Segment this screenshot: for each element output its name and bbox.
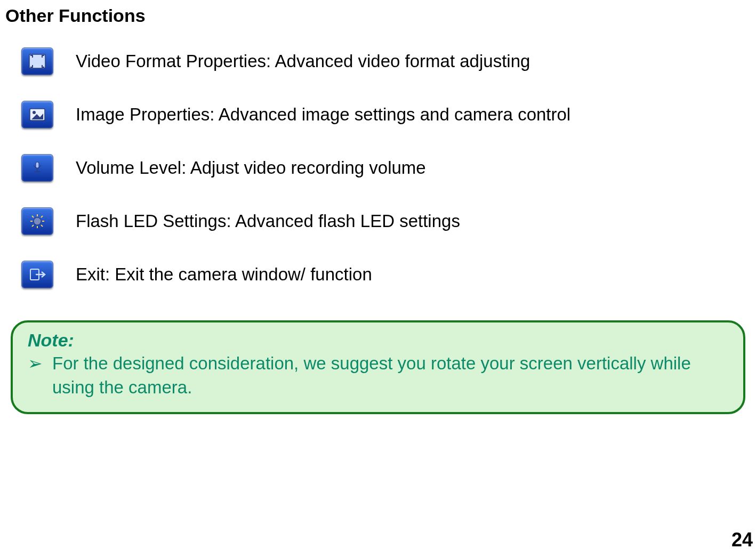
note-bullet-icon: ➢ <box>28 353 43 374</box>
svg-rect-0 <box>29 54 45 68</box>
function-row: Image Properties: Advanced image setting… <box>21 101 751 128</box>
svg-line-15 <box>32 225 34 227</box>
note-box: Note: ➢ For the designed consideration, … <box>11 320 745 414</box>
function-text: Exit: Exit the camera window/ function <box>76 264 372 285</box>
note-text: For the designed consideration, we sugge… <box>52 352 728 399</box>
function-text: Video Format Properties: Advanced video … <box>76 51 530 72</box>
exit-icon <box>21 261 53 288</box>
svg-point-7 <box>34 217 41 225</box>
section-title: Other Functions <box>5 5 751 26</box>
page-number: 24 <box>731 529 753 549</box>
flash-led-icon <box>21 207 53 235</box>
volume-level-icon <box>21 154 53 182</box>
function-text: Volume Level: Adjust video recording vol… <box>76 157 426 179</box>
function-row: Flash LED Settings: Advanced flash LED s… <box>21 207 751 235</box>
svg-line-13 <box>41 225 43 227</box>
note-label: Note: <box>28 330 728 351</box>
svg-line-12 <box>32 216 34 217</box>
function-row: Volume Level: Adjust video recording vol… <box>21 154 751 182</box>
function-list: Video Format Properties: Advanced video … <box>21 47 751 288</box>
svg-line-14 <box>41 216 43 217</box>
note-body: ➢ For the designed consideration, we sug… <box>28 352 728 399</box>
function-row: Exit: Exit the camera window/ function <box>21 261 751 288</box>
function-row: Video Format Properties: Advanced video … <box>21 47 751 75</box>
svg-point-2 <box>33 111 36 114</box>
page: Other Functions Video Format Properties:… <box>0 5 756 549</box>
video-format-icon <box>21 47 53 75</box>
function-text: Image Properties: Advanced image setting… <box>76 104 570 125</box>
image-properties-icon <box>21 101 53 128</box>
function-text: Flash LED Settings: Advanced flash LED s… <box>76 211 460 232</box>
